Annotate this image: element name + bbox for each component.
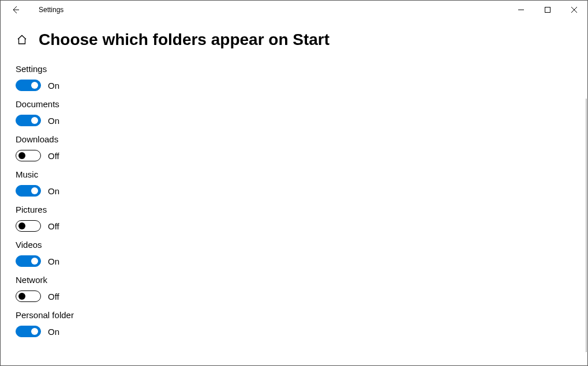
toggle-knob <box>31 82 38 89</box>
toggle-knob <box>31 328 38 335</box>
setting-item-settings: SettingsOn <box>16 64 572 91</box>
back-button[interactable] <box>3 1 28 19</box>
toggle-row-downloads: Off <box>16 150 572 161</box>
close-icon <box>571 7 577 13</box>
setting-item-pictures: PicturesOff <box>16 205 572 232</box>
toggle-knob <box>18 293 25 300</box>
toggle-row-network: Off <box>16 290 572 302</box>
setting-label-music: Music <box>16 169 572 179</box>
toggle-row-settings: On <box>16 80 572 91</box>
setting-label-settings: Settings <box>16 64 572 74</box>
back-arrow-icon <box>11 5 20 14</box>
toggle-state-pictures: Off <box>48 221 59 231</box>
toggle-knob <box>31 117 38 124</box>
home-icon[interactable] <box>16 33 28 46</box>
toggle-state-network: Off <box>48 292 59 301</box>
toggle-row-pictures: Off <box>16 220 572 232</box>
toggle-documents[interactable] <box>16 115 41 126</box>
page-header: Choose which folders appear on Start <box>16 31 572 49</box>
toggle-knob <box>31 258 38 265</box>
setting-item-network: NetworkOff <box>16 275 572 302</box>
setting-item-music: MusicOn <box>16 169 572 197</box>
setting-item-downloads: DownloadsOff <box>16 134 572 161</box>
toggle-state-downloads: Off <box>48 151 59 161</box>
setting-label-network: Network <box>16 275 572 285</box>
window-controls <box>508 1 587 19</box>
setting-item-documents: DocumentsOn <box>16 99 572 126</box>
setting-label-documents: Documents <box>16 99 572 109</box>
home-icon-svg <box>16 34 28 46</box>
toggle-row-videos: On <box>16 255 572 267</box>
setting-label-pictures: Pictures <box>16 205 572 214</box>
app-title: Settings <box>39 6 63 14</box>
toggle-videos[interactable] <box>16 255 41 267</box>
toggle-knob <box>31 187 38 194</box>
toggle-row-documents: On <box>16 115 572 126</box>
toggle-row-personal: On <box>16 326 572 337</box>
svg-rect-1 <box>545 7 550 13</box>
setting-label-videos: Videos <box>16 240 572 250</box>
scrollbar[interactable] <box>586 99 587 352</box>
minimize-button[interactable] <box>508 1 534 19</box>
titlebar-left: Settings <box>3 1 63 19</box>
page-title: Choose which folders appear on Start <box>39 31 329 49</box>
titlebar: Settings <box>1 1 587 19</box>
toggle-settings[interactable] <box>16 80 41 91</box>
setting-label-downloads: Downloads <box>16 134 572 144</box>
minimize-icon <box>518 7 524 13</box>
toggle-state-documents: On <box>48 116 59 126</box>
settings-window: Settings <box>0 0 588 366</box>
toggle-music[interactable] <box>16 185 41 197</box>
toggle-row-music: On <box>16 185 572 197</box>
toggle-state-personal: On <box>48 327 59 337</box>
toggle-knob <box>18 222 25 229</box>
maximize-button[interactable] <box>534 1 561 19</box>
toggle-downloads[interactable] <box>16 150 41 161</box>
setting-label-personal: Personal folder <box>16 310 572 320</box>
toggle-pictures[interactable] <box>16 220 41 232</box>
setting-item-videos: VideosOn <box>16 240 572 267</box>
toggle-state-settings: On <box>48 81 59 90</box>
content-area: Choose which folders appear on Start Set… <box>1 19 587 366</box>
toggle-knob <box>18 152 25 159</box>
maximize-icon <box>545 7 550 13</box>
toggle-state-music: On <box>48 186 59 196</box>
close-button[interactable] <box>561 1 587 19</box>
toggle-network[interactable] <box>16 290 41 302</box>
toggle-state-videos: On <box>48 256 59 266</box>
setting-item-personal: Personal folderOn <box>16 310 572 337</box>
toggle-personal[interactable] <box>16 326 41 337</box>
settings-list: SettingsOnDocumentsOnDownloadsOffMusicOn… <box>16 64 572 337</box>
